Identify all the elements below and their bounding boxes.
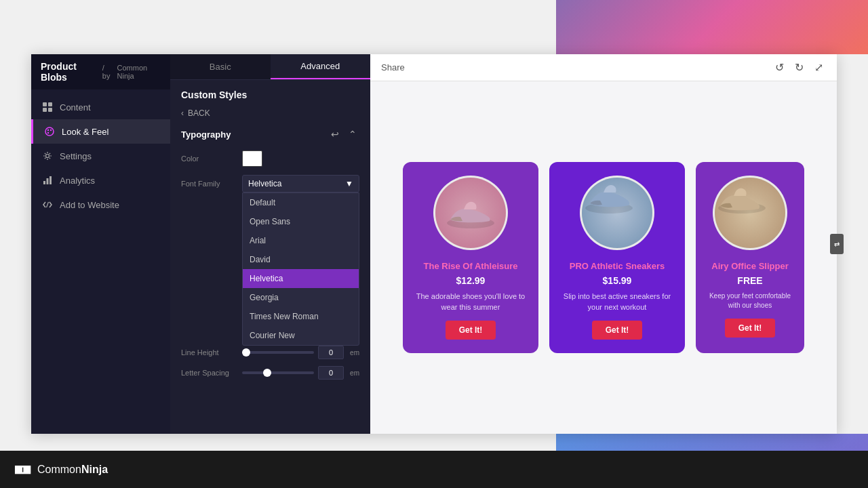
product-price-3: FREE: [737, 275, 762, 286]
preview-toolbar: Share ↺ ↻ ⤢: [370, 54, 837, 81]
color-label: Color: [181, 155, 242, 163]
letter-spacing-unit: em: [350, 369, 359, 377]
sidebar-item-add-website[interactable]: Add to Website: [31, 192, 170, 217]
sidebar-item-content[interactable]: Content: [31, 95, 170, 119]
line-height-row: Line Height 0 em: [181, 346, 359, 359]
line-height-value: 0: [318, 346, 344, 359]
chart-icon: [42, 175, 53, 186]
section-title: Custom Styles: [181, 89, 359, 100]
chevron-left-icon: ‹: [181, 108, 184, 118]
line-height-label: Line Height: [181, 348, 242, 357]
dropdown-arrow-icon: ▼: [345, 179, 353, 188]
shoe-img-2: [582, 178, 652, 248]
svg-rect-11: [50, 176, 52, 184]
expand-button[interactable]: ⤢: [812, 60, 826, 75]
middle-panel: Basic Advanced Custom Styles ‹ BACK Typo…: [170, 54, 370, 434]
color-swatch[interactable]: [242, 150, 262, 167]
product-image-2: [580, 176, 654, 250]
cn-logo-regular: Common: [37, 464, 81, 475]
sidebar-content-label: Content: [60, 102, 91, 113]
bottom-bar: 🀰 CommonNinja: [0, 451, 868, 488]
sidebar-add-website-label: Add to Website: [60, 200, 119, 210]
font-dropdown-list: Default Open Sans Arial David Helvetica …: [242, 192, 359, 346]
color-row: Color: [181, 150, 359, 167]
font-option-georgia[interactable]: Georgia: [243, 288, 359, 307]
font-option-arial[interactable]: Arial: [243, 231, 359, 250]
dropdown-selected[interactable]: Helvetica ▼: [242, 175, 359, 192]
product-price-2: $15.99: [603, 275, 632, 286]
sidebar-item-analytics[interactable]: Analytics: [31, 168, 170, 192]
line-height-unit: em: [350, 349, 359, 357]
font-option-default[interactable]: Default: [243, 193, 359, 212]
svg-rect-10: [47, 178, 49, 184]
collapse-icon[interactable]: ⌃: [346, 127, 359, 141]
font-option-helvetica[interactable]: Helvetica: [243, 269, 359, 288]
sidebar-settings-label: Settings: [60, 151, 92, 161]
font-option-times[interactable]: Times New Roman: [243, 307, 359, 326]
redo-button[interactable]: ↻: [792, 60, 806, 75]
product-desc-1: The adorable shoes you'll love to wear t…: [403, 291, 538, 312]
svg-point-8: [46, 155, 50, 158]
selected-font-label: Helvetica: [248, 179, 281, 188]
undo-button[interactable]: ↺: [772, 60, 787, 75]
sidebar: Product Blobs / by Common Ninja Content: [31, 54, 170, 434]
svg-point-6: [50, 129, 52, 131]
cn-logo-icon: 🀰: [14, 462, 32, 478]
letter-spacing-value: 0: [318, 366, 344, 380]
back-link[interactable]: ‹ BACK: [181, 108, 359, 118]
app-company: Common Ninja: [117, 64, 161, 80]
svg-rect-1: [48, 102, 52, 106]
typography-title: Typography: [181, 129, 231, 140]
svg-point-4: [45, 127, 54, 136]
sliders-section: Line Height 0 em Letter Spacing 0 em: [170, 346, 370, 388]
bg-gradient-top: [556, 0, 868, 54]
typography-actions: ↩ ⌃: [328, 127, 359, 141]
back-label: BACK: [188, 108, 210, 118]
panel-section: Custom Styles ‹ BACK Typography ↩ ⌃ Colo…: [170, 80, 370, 210]
tab-advanced[interactable]: Advanced: [271, 54, 371, 79]
get-it-btn-2[interactable]: Get It!: [592, 321, 643, 340]
palette-icon: [44, 126, 55, 137]
cn-logo: 🀰 CommonNinja: [14, 462, 108, 478]
svg-line-12: [47, 202, 49, 207]
svg-rect-9: [43, 181, 45, 184]
letter-spacing-row: Letter Spacing 0 em: [181, 366, 359, 380]
font-option-david[interactable]: David: [243, 250, 359, 269]
tab-bar: Basic Advanced: [170, 54, 370, 80]
product-price-1: $12.99: [456, 275, 486, 286]
code-icon: [42, 199, 53, 210]
typography-header: Typography ↩ ⌃: [181, 127, 359, 141]
gear-icon: [42, 150, 53, 161]
font-option-courier[interactable]: Courier New: [243, 326, 359, 345]
resize-handle[interactable]: ⇄: [830, 234, 844, 254]
line-height-slider[interactable]: [242, 351, 314, 354]
preview-panel: Share ↺ ↻ ⤢: [370, 54, 837, 434]
sidebar-item-settings[interactable]: Settings: [31, 144, 170, 168]
tab-basic[interactable]: Basic: [170, 54, 271, 79]
font-family-dropdown[interactable]: Helvetica ▼ Default Open Sans Arial Davi…: [242, 175, 359, 192]
font-option-open-sans[interactable]: Open Sans: [243, 212, 359, 231]
reset-icon[interactable]: ↩: [328, 127, 342, 141]
svg-point-5: [47, 129, 49, 131]
preview-content: The Rise Of Athleisure $12.99 The adorab…: [370, 81, 837, 434]
product-name-2: PRO Athletic Sneakers: [561, 261, 673, 271]
app-title: Product Blobs: [41, 61, 98, 83]
letter-spacing-slider[interactable]: [242, 371, 314, 374]
share-label: Share: [381, 62, 405, 73]
sidebar-look-feel-label: Look & Feel: [62, 127, 108, 137]
sidebar-item-look-feel[interactable]: Look & Feel: [31, 119, 170, 144]
product-image-1: [433, 176, 508, 250]
product-card-3: Airy Office Slipper FREE Keep your feet …: [696, 162, 804, 353]
product-image-3: [713, 176, 787, 250]
get-it-btn-3[interactable]: Get It!: [725, 319, 776, 338]
get-it-btn-1[interactable]: Get It!: [446, 321, 496, 340]
cn-logo-text: CommonNinja: [37, 464, 108, 476]
sidebar-analytics-label: Analytics: [60, 176, 95, 186]
shoe-img-3: [715, 178, 785, 248]
product-card-1: The Rise Of Athleisure $12.99 The adorab…: [403, 162, 538, 353]
font-family-label: Font Family: [181, 180, 242, 188]
preview-actions: ↺ ↻ ⤢: [772, 60, 826, 75]
product-name-3: Airy Office Slipper: [703, 261, 796, 271]
sidebar-nav: Content Look & Feel: [31, 89, 170, 434]
cn-logo-bold: Ninja: [81, 464, 108, 475]
